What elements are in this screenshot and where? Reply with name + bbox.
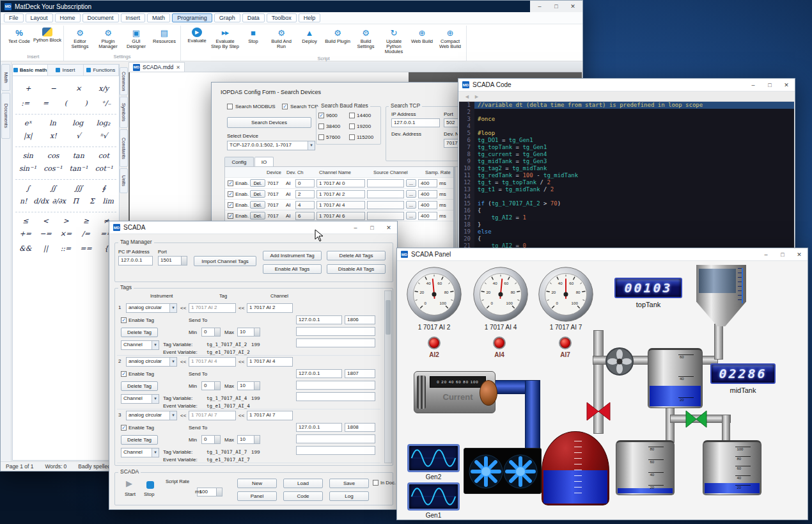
math-symbol[interactable]: ⁿ√: [97, 132, 110, 140]
menu-tab-document[interactable]: Document: [82, 13, 119, 22]
math-symbol[interactable]: +: [22, 84, 35, 93]
channel-name-field[interactable]: 1 7017 AI 4: [316, 201, 365, 209]
source-channel-select[interactable]: [367, 201, 404, 209]
in-doc-checkbox[interactable]: [373, 480, 379, 486]
ribbon-web-build[interactable]: ⊕Web Build: [408, 26, 436, 54]
ribbon-evaluate-step-by-step[interactable]: ▶▶Evaluate Step By Step: [211, 26, 239, 54]
source-channel-select[interactable]: [367, 212, 404, 220]
math-tab-functions[interactable]: Functions: [84, 65, 119, 75]
math-symbol[interactable]: cos⁻¹: [43, 164, 62, 173]
minimize-button[interactable]: –: [758, 248, 774, 260]
math-symbol[interactable]: :=: [19, 99, 32, 107]
max-spinner[interactable]: 10: [237, 328, 260, 337]
math-symbol[interactable]: (: [59, 99, 72, 107]
ribbon-python-block[interactable]: Python Block: [33, 26, 61, 52]
code-editor[interactable]: 1//variable dt (delta time from start) i…: [459, 102, 794, 250]
pc-ip-field[interactable]: 127.0.0.1: [118, 256, 153, 266]
math-symbol[interactable]: Σ: [86, 197, 98, 205]
sample-rate-spinner[interactable]: 400: [418, 179, 437, 187]
delete-tag-button[interactable]: Delete Tag: [121, 328, 158, 337]
browse-button[interactable]: ...: [406, 201, 416, 209]
channel-name-field[interactable]: 1 7017 AI 0: [316, 179, 365, 187]
channel-select[interactable]: Channel: [121, 394, 159, 404]
ribbon-deploy[interactable]: ▲Deploy: [295, 26, 324, 54]
math-symbol[interactable]: −: [47, 84, 59, 93]
menu-tab-programing[interactable]: Programing: [172, 13, 212, 22]
math-symbol[interactable]: √: [72, 132, 85, 140]
enable-checkbox[interactable]: ✓: [228, 180, 233, 186]
math-symbol[interactable]: ∬: [47, 184, 59, 193]
math-symbol[interactable]: ||: [39, 244, 52, 253]
menu-tab-insert[interactable]: Insert: [121, 13, 146, 22]
math-symbol[interactable]: ×=: [59, 230, 72, 238]
math-tab-basic-math[interactable]: Basic math: [13, 65, 48, 75]
channel-name-field[interactable]: 1 7017 AI 2: [316, 190, 365, 198]
tag-field[interactable]: 1 7017 AI 4: [189, 357, 236, 367]
minimize-button[interactable]: –: [531, 1, 548, 12]
copy-left-button[interactable]: <<: [238, 359, 244, 365]
palette-tab-units[interactable]: Units: [120, 168, 128, 193]
minimize-button[interactable]: –: [745, 79, 761, 91]
enable-checkbox[interactable]: ✓: [228, 213, 233, 219]
min-spinner[interactable]: 0: [201, 328, 221, 337]
math-symbol[interactable]: Π: [69, 197, 82, 205]
menu-tab-toolbox[interactable]: Toolbox: [267, 13, 297, 22]
instrument-select[interactable]: analog circular: [126, 411, 177, 420]
math-symbol[interactable]: ≥: [80, 217, 93, 225]
search-tcp-checkbox[interactable]: ✓: [282, 104, 288, 109]
baud-checkbox[interactable]: [349, 134, 355, 140]
ip-address-field[interactable]: 127.0.0.1: [391, 118, 440, 127]
close-button[interactable]: ✕: [791, 248, 808, 260]
enable-checkbox[interactable]: ✓: [228, 191, 233, 197]
math-symbol[interactable]: ∭: [72, 184, 85, 193]
red-valve-icon[interactable]: [586, 401, 611, 422]
aux-field[interactable]: [296, 327, 375, 336]
sample-rate-spinner[interactable]: 400: [418, 201, 437, 209]
palette-tab-common[interactable]: Common: [120, 67, 128, 95]
ribbon-gui-designer[interactable]: ▣GUI Designer: [122, 26, 150, 52]
menu-tab-help[interactable]: Help: [299, 13, 321, 22]
save-button[interactable]: Save: [329, 479, 369, 488]
min-spinner[interactable]: 0: [201, 381, 221, 390]
ribbon-compact-web-build[interactable]: ⊕Compact Web Build: [436, 26, 464, 54]
math-symbol[interactable]: eˣ: [22, 119, 35, 127]
channel-field[interactable]: 1 7017 AI 4: [247, 357, 293, 367]
enable-all-tags-button[interactable]: Enable All Tags: [263, 264, 322, 274]
menu-tab-graph[interactable]: Graph: [214, 13, 240, 22]
main-titlebar[interactable]: MD MatDeck Your Subscription – □ ✕: [1, 1, 582, 12]
send-ip-field[interactable]: 127.0.0.1: [296, 315, 342, 324]
add-instrument-tag-button[interactable]: Add Instrument Tag: [263, 251, 322, 260]
code-titlebar[interactable]: MD SCADA Code – □ ✕: [458, 79, 795, 91]
tab-config[interactable]: Config: [224, 157, 254, 166]
aux-field[interactable]: [296, 446, 375, 455]
sample-rate-spinner[interactable]: 400: [418, 212, 437, 220]
load-button[interactable]: Load: [283, 479, 323, 488]
math-symbol[interactable]: x!: [47, 132, 59, 140]
delete-channel-button[interactable]: Del.: [250, 212, 265, 219]
scada-titlebar[interactable]: MD SCADA – □ ✕: [109, 221, 397, 234]
enable-tag-checkbox[interactable]: ✓: [121, 371, 127, 377]
browse-button[interactable]: ...: [406, 179, 416, 187]
math-symbol[interactable]: sin⁻¹: [19, 164, 36, 173]
send-ip-field[interactable]: 127.0.0.1: [296, 423, 342, 432]
log-button[interactable]: Log: [329, 491, 369, 501]
ribbon-resources[interactable]: ▤Resources: [150, 26, 178, 52]
menu-tab-data[interactable]: Data: [242, 13, 265, 22]
math-symbol[interactable]: n!: [17, 197, 30, 205]
source-channel-select[interactable]: [367, 179, 404, 187]
code-button[interactable]: Code: [283, 491, 323, 501]
delete-tag-button[interactable]: Delete Tag: [121, 435, 158, 445]
baud-checkbox[interactable]: [349, 113, 355, 118]
math-symbol[interactable]: &&: [19, 244, 32, 253]
math-symbol[interactable]: tan: [72, 152, 85, 160]
baud-checkbox[interactable]: [318, 123, 324, 129]
math-symbol[interactable]: cot: [97, 152, 110, 160]
copy-left-button[interactable]: <<: [238, 413, 244, 418]
baud-checkbox[interactable]: [349, 123, 355, 129]
panel-button[interactable]: Panel: [237, 491, 277, 501]
channel-name-field[interactable]: 1 7017 AI 6: [316, 212, 365, 220]
channel-num-spinner[interactable]: 6: [295, 212, 315, 220]
select-device-combo[interactable]: TCP-127.0.0.1:502, 1-7017: [227, 141, 315, 150]
menu-tab-math[interactable]: Math: [147, 13, 170, 22]
aux-field[interactable]: [296, 392, 375, 401]
